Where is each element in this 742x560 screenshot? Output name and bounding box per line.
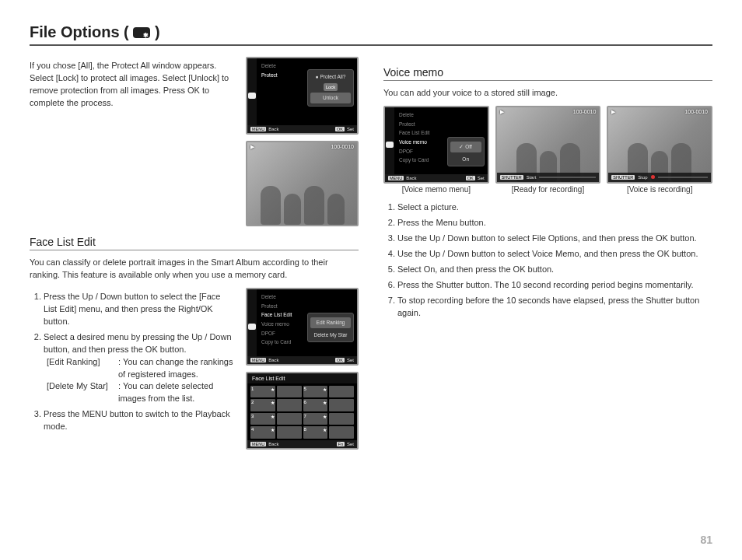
set-label: Set bbox=[347, 127, 354, 131]
delete-my-star-desc: : You can delete selected images from th… bbox=[118, 380, 235, 405]
vm-step-5: Select On, and then press the OK button. bbox=[397, 264, 712, 276]
page-title: File Options ( ) bbox=[30, 23, 712, 46]
left-column: If you chose [All], the Protect All wind… bbox=[30, 57, 359, 450]
page-title-prefix: File Options ( bbox=[30, 23, 129, 40]
grid-cell[interactable]: 5★ bbox=[303, 386, 328, 398]
menu-key: MENU bbox=[250, 127, 266, 131]
voice-memo-on-option[interactable]: On bbox=[450, 155, 481, 164]
page-title-suffix: ) bbox=[155, 23, 160, 40]
voice-memo-off-option[interactable]: ✓ Off bbox=[450, 142, 481, 152]
vm-step-7: To stop recording before the 10 seconds … bbox=[397, 295, 712, 320]
grid-cell[interactable]: 8★ bbox=[303, 426, 328, 439]
grid-cell[interactable] bbox=[329, 426, 354, 439]
shutter-key: SHUTTER bbox=[500, 175, 523, 180]
memory-icon bbox=[386, 142, 394, 148]
intro-paragraph: If you chose [All], the Protect All wind… bbox=[30, 60, 235, 220]
edit-ranking-label: [Edit Ranking] bbox=[47, 356, 118, 381]
caption-voice-memo-menu: [Voice memo menu] bbox=[383, 185, 489, 194]
ready-recording-screen: ▶ 100-0010 SHUTTER Start bbox=[495, 106, 601, 184]
edit-ranking-option[interactable]: Edit Ranking bbox=[310, 317, 351, 328]
start-label: Start bbox=[527, 175, 537, 180]
memory-icon bbox=[248, 324, 256, 330]
file-options-icon bbox=[133, 27, 150, 38]
sample-photo: ▶ 100-0010 bbox=[246, 141, 359, 226]
record-icon bbox=[651, 175, 655, 179]
right-column: Voice memo You can add your voice to a s… bbox=[383, 57, 712, 450]
memory-icon bbox=[248, 93, 256, 99]
vm-step-3: Use the Up / Down button to select File … bbox=[397, 233, 712, 245]
back-label: Back bbox=[268, 127, 278, 131]
delete-my-star-label: [Delete My Star] bbox=[47, 380, 118, 405]
grid-cell[interactable] bbox=[329, 399, 354, 411]
recording-screen: ▶ 100-0010 SHUTTER Stop bbox=[607, 106, 712, 184]
protect-all-screen: Delete Protect ● Protect All? Lock Unloc… bbox=[246, 57, 359, 135]
grid-cell[interactable] bbox=[277, 426, 302, 439]
step-3: Press the MENU button to switch to the P… bbox=[44, 408, 235, 433]
grid-cell[interactable] bbox=[277, 413, 302, 425]
delete-my-star-option[interactable]: Delete My Star bbox=[310, 331, 351, 340]
ok-key: OK bbox=[335, 127, 345, 131]
page-number: 81 bbox=[700, 534, 712, 546]
grid-cell[interactable]: 7★ bbox=[303, 413, 328, 425]
protect-all-prompt: ● Protect All? bbox=[310, 72, 351, 82]
face-list-edit-title: Face List Edit bbox=[30, 236, 359, 250]
face-list-grid-screen: Face List Edit 1★ 5★ 2★ 6★ 3★ 7★ bbox=[246, 372, 359, 450]
voice-memo-steps: Select a picture. Press the Menu button.… bbox=[397, 201, 712, 320]
grid-cell[interactable] bbox=[329, 413, 354, 425]
progress-bar bbox=[539, 177, 596, 178]
grid-cell[interactable] bbox=[329, 386, 354, 398]
grid-cell[interactable]: 3★ bbox=[250, 413, 275, 425]
vm-step-1: Select a picture. bbox=[397, 201, 712, 214]
caption-recording: [Voice is recording] bbox=[607, 185, 712, 194]
grid-cell[interactable] bbox=[277, 386, 302, 398]
stop-label: Stop bbox=[638, 175, 647, 180]
grid-title: Face List Edit bbox=[247, 373, 357, 383]
grid-cell[interactable]: 2★ bbox=[250, 399, 275, 411]
vm-step-4: Use the Up / Down button to select Voice… bbox=[397, 248, 712, 261]
voice-memo-menu-screen: Delete Protect Face List Edit Voice memo… bbox=[383, 106, 489, 184]
progress-bar bbox=[658, 177, 708, 178]
voice-memo-title: Voice memo bbox=[383, 66, 712, 81]
grid-cell[interactable] bbox=[277, 399, 302, 411]
face-list-edit-steps: Press the Up / Down button to select the… bbox=[44, 291, 235, 446]
grid-cell[interactable]: 4★ bbox=[250, 426, 275, 439]
lcd-sidebar bbox=[247, 58, 257, 133]
caption-ready-recording: [Ready for recording] bbox=[495, 185, 601, 194]
step-2: Select a desired menu by pressing the Up… bbox=[44, 331, 235, 406]
face-list-edit-screen: Delete Protect Face List Edit Voice memo… bbox=[246, 288, 359, 366]
grid-cell[interactable]: 6★ bbox=[303, 399, 328, 411]
vm-step-2: Press the Menu button. bbox=[397, 217, 712, 229]
grid-cell[interactable]: 1★ bbox=[250, 386, 275, 398]
lock-button[interactable]: Lock bbox=[324, 83, 338, 92]
shutter-key: SHUTTER bbox=[611, 175, 635, 180]
vm-step-6: Press the Shutter button. The 10 second … bbox=[397, 279, 712, 292]
step-1: Press the Up / Down button to select the… bbox=[44, 291, 235, 328]
edit-ranking-desc: : You can change the rankings of registe… bbox=[118, 356, 235, 381]
unlock-button[interactable]: Unlock bbox=[310, 93, 351, 103]
voice-memo-desc: You can add your voice to a stored still… bbox=[383, 87, 712, 100]
face-list-edit-desc: You can classify or delete portrait imag… bbox=[30, 257, 359, 282]
